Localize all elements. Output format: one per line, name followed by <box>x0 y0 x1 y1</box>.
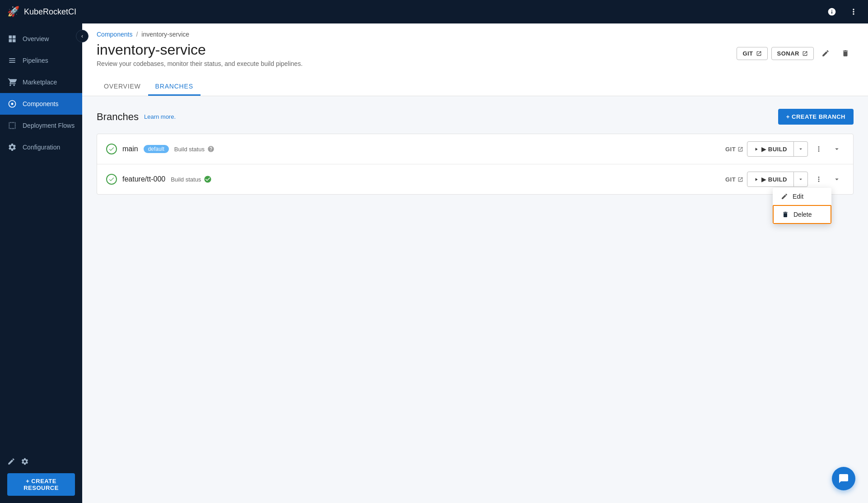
branch-status-icon-main <box>106 144 117 154</box>
branch-name-feature: feature/tt-000 <box>122 175 165 183</box>
build-status-check-icon <box>204 175 212 183</box>
chevron-right-icon-main <box>833 145 841 153</box>
branch-row-feature: feature/tt-000 Build status GIT <box>97 164 853 194</box>
learn-more-link[interactable]: Learn more. <box>144 113 176 120</box>
sidebar-item-label-overview: Overview <box>23 35 49 42</box>
create-branch-button[interactable]: + CREATE BRANCH <box>778 109 854 125</box>
page-body: Branches Learn more. + CREATE BRANCH mai… <box>82 96 868 503</box>
sidebar-item-label-configuration: Configuration <box>23 144 60 151</box>
kebab-button-feature[interactable] <box>812 172 826 186</box>
chevron-down-icon-feature <box>798 176 804 182</box>
sonar-external-link-icon <box>802 51 808 56</box>
build-dropdown-feature[interactable] <box>794 173 807 185</box>
play-icon-main <box>754 147 759 152</box>
chat-fab-button[interactable] <box>832 467 855 490</box>
settings-button[interactable] <box>21 457 29 468</box>
page-header: Components / inventory-service inventory… <box>82 23 868 96</box>
build-main-button[interactable]: ▶ BUILD <box>747 143 793 155</box>
git-button[interactable]: GIT <box>737 47 767 60</box>
chevron-down-icon-main <box>798 146 804 152</box>
marketplace-icon <box>7 78 17 87</box>
expand-button-feature[interactable] <box>830 172 844 186</box>
pipelines-icon <box>7 56 17 65</box>
delete-menu-icon <box>782 211 789 218</box>
git-link-feature[interactable]: GIT <box>725 176 743 183</box>
deployment-flows-icon <box>7 121 17 130</box>
git-external-icon-feature <box>737 177 743 182</box>
build-dropdown-main[interactable] <box>794 143 807 155</box>
tab-overview[interactable]: OVERVIEW <box>97 78 148 96</box>
branches-title: Branches <box>97 111 139 123</box>
app-title: KubeRocketCI <box>24 7 76 17</box>
create-resource-label: + CREATE RESOURCE <box>13 478 70 491</box>
breadcrumb: Components / inventory-service <box>97 31 854 38</box>
breadcrumb-separator: / <box>136 31 138 38</box>
breadcrumb-components-link[interactable]: Components <box>97 31 132 38</box>
sidebar-item-label-pipelines: Pipelines <box>23 57 48 64</box>
sidebar-item-label-components: Components <box>23 100 58 107</box>
context-menu-edit[interactable]: Edit <box>773 188 831 205</box>
branch-row-actions-feature: GIT ▶ BUILD <box>725 172 844 187</box>
edit-icon <box>821 49 830 57</box>
delete-menu-label: Delete <box>793 211 812 218</box>
build-status-label-feature: Build status <box>171 175 212 183</box>
page-title-actions: GIT SONAR <box>737 42 854 61</box>
page-title: inventory-service <box>97 42 303 58</box>
context-menu: Edit Delete <box>773 188 831 224</box>
page-subtitle: Review your codebases, monitor their sta… <box>97 60 303 67</box>
branch-row-actions-main: GIT ▶ BUILD <box>725 141 844 157</box>
sidebar-item-configuration[interactable]: Configuration <box>0 136 82 158</box>
create-resource-button[interactable]: + CREATE RESOURCE <box>7 473 75 496</box>
delete-component-button[interactable] <box>837 45 854 61</box>
context-menu-delete[interactable]: Delete <box>773 205 831 224</box>
sidebar: ‹ Overview Pipelines Marketplace <box>0 23 82 503</box>
sidebar-item-label-marketplace: Marketplace <box>23 79 57 86</box>
kebab-icon-main <box>815 145 823 153</box>
configuration-icon <box>7 143 17 152</box>
delete-icon <box>841 49 849 57</box>
branch-default-badge: default <box>144 145 169 153</box>
edit-mode-button[interactable] <box>7 457 15 468</box>
overview-icon <box>7 34 17 43</box>
git-button-label: GIT <box>742 50 753 57</box>
info-button[interactable] <box>825 5 839 19</box>
sidebar-item-overview[interactable]: Overview <box>0 28 82 50</box>
sidebar-item-pipelines[interactable]: Pipelines <box>0 50 82 71</box>
sidebar-item-deployment-flows[interactable]: Deployment Flows <box>0 115 82 136</box>
build-feature-button[interactable]: ▶ BUILD <box>747 173 793 186</box>
build-button-main[interactable]: ▶ BUILD <box>747 141 808 157</box>
sidebar-collapse-button[interactable]: ‹ <box>76 30 89 42</box>
build-button-feature[interactable]: ▶ BUILD <box>747 172 808 187</box>
branch-name-main: main <box>122 145 138 153</box>
git-external-icon-main <box>737 146 743 152</box>
sonar-button[interactable]: SONAR <box>771 47 814 60</box>
external-link-icon <box>756 51 762 56</box>
main-content: Components / inventory-service inventory… <box>82 23 868 503</box>
chevron-down-icon-feature-expand <box>833 175 841 183</box>
chat-icon <box>838 473 849 484</box>
sidebar-nav: Overview Pipelines Marketplace Component… <box>0 23 82 450</box>
sidebar-item-label-deployment-flows: Deployment Flows <box>23 122 75 129</box>
more-button[interactable] <box>846 5 861 19</box>
page-title-text-block: inventory-service Review your codebases,… <box>97 42 303 75</box>
tabs: OVERVIEW BRANCHES <box>97 78 854 96</box>
tab-branches[interactable]: BRANCHES <box>148 78 201 96</box>
help-icon-main <box>207 145 215 153</box>
git-link-main[interactable]: GIT <box>725 146 743 153</box>
branches-section-header: Branches Learn more. + CREATE BRANCH <box>97 109 854 125</box>
create-branch-label: + CREATE BRANCH <box>786 113 845 120</box>
app-layout: ‹ Overview Pipelines Marketplace <box>0 23 868 503</box>
edit-menu-label: Edit <box>793 193 803 200</box>
topbar-actions <box>825 5 861 19</box>
sidebar-item-components[interactable]: Components <box>0 93 82 115</box>
kebab-button-main[interactable] <box>812 142 826 156</box>
page-title-row: inventory-service Review your codebases,… <box>97 42 854 75</box>
sidebar-item-marketplace[interactable]: Marketplace <box>0 71 82 93</box>
expand-button-main[interactable] <box>830 142 844 156</box>
edit-menu-icon <box>781 193 788 200</box>
play-icon-feature <box>754 177 759 182</box>
section-title-row: Branches Learn more. <box>97 111 176 123</box>
svg-point-0 <box>11 103 14 105</box>
branch-row-main: main default Build status GIT <box>97 134 853 164</box>
edit-component-button[interactable] <box>817 45 834 61</box>
